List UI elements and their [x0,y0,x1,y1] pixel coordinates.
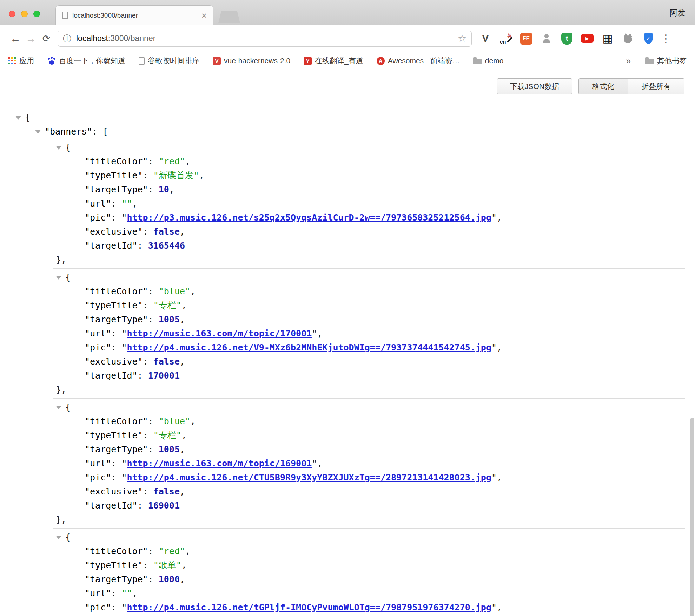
address-bar[interactable]: ⓘ localhost:3000/banner ☆ [58,31,472,47]
json-number-value: 10 [159,184,169,195]
json-line: "url": "http://music.163.com/m/topic/170… [53,327,685,341]
json-colon: : [111,458,121,468]
json-line: { [53,530,685,544]
bookmark-item[interactable]: Y在线翻译_有道 [304,56,363,66]
collapse-triangle-icon[interactable] [56,406,61,409]
bookmarks-overflow-icon[interactable]: » [626,56,631,66]
json-colon: : [111,342,121,353]
json-quote: " [121,602,127,612]
json-key: "pic" [85,342,111,353]
collapse-triangle-icon[interactable] [35,130,41,134]
json-colon: : [148,314,159,325]
json-comma: , [180,314,185,325]
json-string-value: "red" [159,156,185,166]
bookmark-item[interactable]: AAwesomes - 前端资… [377,56,460,66]
json-comma: , [132,198,137,209]
bookmark-item[interactable]: demo [473,57,504,65]
json-line: { [53,270,685,284]
person-icon[interactable] [540,32,553,45]
shield-check-icon[interactable]: ✓ [642,32,655,45]
bookmark-label: 百度一下，你就知道 [59,56,125,66]
back-button[interactable]: ← [8,33,23,45]
json-key: "typeTitle" [85,430,143,440]
json-quote: " [121,328,127,339]
browser-menu-icon[interactable]: ⋮ [661,32,671,45]
youtube-icon[interactable]: ▶ [581,32,594,45]
json-line: "targetId": 169001 [53,499,685,513]
json-line: "pic": "http://p4.music.126.net/V9-MXz6b… [53,341,685,355]
json-link[interactable]: http://p4.music.126.net/tGPljf-IMOCyPvum… [127,602,491,612]
scrollbar-thumb[interactable] [690,418,694,616]
json-line: }, [53,513,685,527]
bookmarks-right: » 其他书签 [626,56,687,66]
json-key: "exclusive" [85,486,143,497]
tab-close-icon[interactable]: × [201,11,207,20]
url-text[interactable]: localhost:3000/banner [76,34,458,43]
json-number-value: 1005 [159,314,180,325]
json-key: "url" [85,328,111,339]
other-bookmarks[interactable]: 其他书签 [645,56,687,66]
json-colon: : [143,227,153,237]
collapse-triangle-icon[interactable] [56,146,61,150]
close-window-button[interactable] [9,11,15,17]
bookmark-item[interactable]: 谷歌按时间排序 [139,56,199,66]
bookmark-item[interactable]: 应用 [8,56,34,66]
json-comma: , [181,300,187,310]
json-banners-line: "banners": [ [0,125,695,139]
collapse-triangle-icon[interactable] [56,536,61,539]
json-line: "exclusive": false [53,615,685,616]
tampermonkey-icon[interactable]: t [560,32,574,45]
json-open-brace: { [65,402,71,412]
reload-button[interactable]: ⟳ [39,33,54,44]
format-button[interactable]: 格式化 [578,78,628,94]
json-link[interactable]: http://p4.music.126.net/V9-MXz6b2MNhEKju… [127,342,491,353]
json-key: "targetType" [85,314,148,325]
json-key: "targetId" [85,500,138,511]
json-colon: : [111,198,121,209]
json-link[interactable]: http://music.163.com/m/topic/170001 [127,328,312,339]
json-line: { [53,140,685,155]
bookmark-item[interactable]: Vvue-hackernews-2.0 [213,57,290,65]
bookmark-star-icon[interactable]: ☆ [458,33,466,44]
new-tab-button[interactable] [218,11,240,23]
json-comma: , [317,328,322,339]
page-content: 下载JSON数据 格式化 折叠所有 {"banners": [{"titleCo… [0,70,695,616]
json-key: "url" [85,588,111,598]
minimize-window-button[interactable] [21,11,28,17]
json-link[interactable]: http://p3.music.126.net/s25q2x5QyqsAzilC… [127,212,491,223]
download-json-button[interactable]: 下载JSON数据 [497,78,572,94]
json-key: "url" [85,458,111,468]
page-info-icon[interactable]: ⓘ [63,33,71,44]
json-link[interactable]: http://p4.music.126.net/CTU5B9R9y3XyYBZX… [127,472,491,483]
json-quote: " [491,342,497,353]
json-comma: , [497,342,502,353]
json-string-value: "专栏" [153,300,181,310]
paw-icon[interactable] [621,32,635,45]
json-link[interactable]: http://music.163.com/m/topic/169001 [127,458,312,468]
json-key: "exclusive" [85,356,143,367]
json-quote: " [491,212,497,223]
bookmark-item[interactable]: 百度一下，你就知道 [47,56,125,66]
baidu-paw-icon [47,57,56,65]
json-comma: , [169,184,174,195]
zoom-window-button[interactable] [33,11,40,17]
json-colon: : [111,588,121,598]
bookmark-label: vue-hackernews-2.0 [224,57,290,65]
json-tree: {"banners": [{"titleColor": "red","typeT… [0,70,695,616]
vimium-icon[interactable]: V [479,32,492,45]
json-colon: : [143,560,153,570]
json-colon: : [143,486,153,497]
json-key: "exclusive" [85,227,143,237]
translate-icon[interactable]: en 英 [499,32,512,45]
collapse-all-button[interactable]: 折叠所有 [628,78,684,94]
letter-badge-icon: Y [304,57,312,65]
collapse-triangle-icon[interactable] [15,116,21,120]
json-array-open: : [ [92,126,108,137]
profile-name[interactable]: 阿发 [670,8,685,18]
fehelper-icon[interactable]: FE [519,32,533,45]
collapse-triangle-icon[interactable] [56,276,61,280]
json-line: "exclusive": false, [53,225,685,239]
json-root-line: { [0,111,695,125]
qrcode-icon[interactable]: ▦ [601,32,614,45]
browser-tab[interactable]: localhost:3000/banner × [55,5,213,25]
